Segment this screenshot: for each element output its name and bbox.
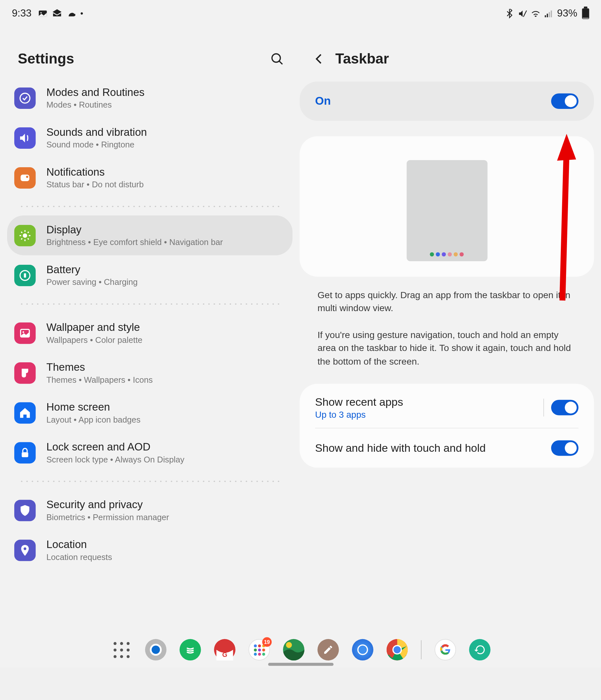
settings-item-subtitle: Status bar • Do not disturb	[46, 179, 285, 189]
svg-line-2	[523, 10, 526, 17]
svg-point-12	[23, 233, 27, 237]
battery-icon	[582, 8, 589, 19]
lock-icon	[14, 442, 35, 463]
preview-card	[299, 136, 594, 276]
settings-item-lock-screen-and-aod[interactable]: Lock screen and AODScreen lock type • Al…	[7, 433, 292, 473]
settings-title: Settings	[18, 51, 74, 67]
svg-rect-6	[551, 10, 552, 17]
settings-item-title: Notifications	[46, 166, 285, 179]
settings-item-home-screen[interactable]: Home screenLayout • App icon badges	[7, 393, 292, 433]
taskbar-app-5[interactable]	[283, 639, 305, 660]
taskbar-app-2[interactable]	[179, 639, 201, 660]
taskbar-app-7[interactable]	[352, 639, 373, 660]
settings-item-subtitle: Wallpapers • Color palette	[46, 335, 285, 345]
taskbar-app-chrome[interactable]	[386, 639, 408, 660]
settings-item-security-and-privacy[interactable]: Security and privacyBiometrics • Permiss…	[7, 490, 292, 530]
detail-pane: Taskbar On G	[299, 27, 601, 633]
svg-text:G: G	[222, 651, 227, 658]
settings-item-title: Battery	[46, 264, 285, 276]
bluetooth-icon	[505, 9, 514, 18]
taskbar-app-4[interactable]: 19	[249, 639, 270, 660]
settings-item-title: Themes	[46, 361, 285, 374]
settings-item-title: Sounds and vibration	[46, 126, 285, 139]
settings-item-notifications[interactable]: NotificationsStatus bar • Do not disturb	[7, 158, 292, 198]
check-circle-icon	[14, 87, 35, 108]
settings-item-title: Modes and Routines	[46, 86, 285, 99]
settings-item-subtitle: Power saving • Charging	[46, 277, 285, 287]
show-hide-toggle[interactable]	[551, 441, 578, 456]
battery-percent: 93%	[557, 7, 577, 20]
taskbar-app-6[interactable]	[317, 639, 339, 660]
settings-sidebar: Settings Modes and RoutinesModes • Routi…	[0, 27, 299, 633]
battery-circ-icon	[14, 265, 35, 286]
settings-item-subtitle: Modes • Routines	[46, 100, 285, 109]
notif-icon	[14, 167, 35, 188]
settings-item-modes-and-routines[interactable]: Modes and RoutinesModes • Routines	[7, 78, 292, 118]
back-icon[interactable]	[313, 52, 326, 66]
svg-rect-22	[24, 273, 26, 277]
settings-item-subtitle: Layout • App icon badges	[46, 415, 285, 424]
status-bar: 9:33 • 93%	[0, 0, 601, 27]
signal-icon	[544, 9, 553, 18]
settings-item-title: Location	[46, 539, 285, 551]
mute-icon	[518, 9, 527, 18]
status-left-icons: •	[37, 8, 83, 19]
home-icon	[14, 402, 35, 423]
svg-rect-25	[22, 452, 28, 457]
taskbar-badge: 19	[262, 637, 272, 647]
description-text: Get to apps quickly. Drag an app from th…	[299, 277, 594, 382]
settings-item-subtitle: Biometrics • Permission manager	[46, 512, 285, 522]
system-taskbar: G 19	[0, 633, 601, 668]
search-icon[interactable]	[270, 52, 284, 66]
settings-item-location[interactable]: LocationLocation requests	[7, 530, 292, 570]
master-toggle-switch[interactable]	[551, 93, 578, 109]
options-card: Show recent apps Up to 3 apps Show and h…	[299, 384, 594, 468]
brightness-icon	[14, 225, 35, 246]
settings-item-wallpaper-and-style[interactable]: Wallpaper and styleWallpapers • Color pa…	[7, 313, 292, 353]
image-icon	[14, 322, 35, 344]
option-show-hide[interactable]: Show and hide with touch and hold	[299, 429, 594, 468]
master-toggle-card[interactable]: On	[299, 82, 594, 121]
settings-item-subtitle: Themes • Wallpapers • Icons	[46, 375, 285, 384]
recent-apps-toggle[interactable]	[551, 400, 578, 416]
svg-rect-3	[545, 15, 546, 17]
svg-point-11	[26, 175, 28, 178]
taskbar-app-3[interactable]: G	[214, 639, 235, 660]
settings-item-themes[interactable]: ThemesThemes • Wallpapers • Icons	[7, 353, 292, 393]
svg-point-34	[393, 646, 400, 653]
settings-item-sounds-and-vibration[interactable]: Sounds and vibrationSound mode • Rington…	[7, 118, 292, 158]
settings-item-subtitle: Brightness • Eye comfort shield • Naviga…	[46, 238, 285, 247]
svg-point-1	[41, 12, 42, 13]
svg-point-26	[24, 547, 26, 550]
option-recent-apps[interactable]: Show recent apps Up to 3 apps	[299, 384, 594, 428]
settings-item-subtitle: Screen lock type • Always On Display	[46, 455, 285, 464]
nav-handle[interactable]	[268, 663, 333, 666]
svg-line-18	[28, 238, 29, 239]
taskbar-recent-2[interactable]	[469, 639, 491, 660]
svg-point-24	[23, 331, 24, 332]
detail-title: Taskbar	[336, 51, 389, 67]
taskbar-app-1[interactable]	[145, 639, 166, 660]
svg-line-8	[279, 61, 282, 64]
svg-line-19	[21, 238, 22, 239]
settings-item-subtitle: Location requests	[46, 552, 285, 561]
settings-item-subtitle: Sound mode • Ringtone	[46, 140, 285, 149]
brush-icon	[14, 362, 35, 383]
settings-item-title: Lock screen and AOD	[46, 441, 285, 453]
shield-icon	[14, 499, 35, 521]
svg-point-9	[20, 93, 30, 103]
settings-item-battery[interactable]: BatteryPower saving • Charging	[7, 255, 292, 295]
settings-item-title: Wallpaper and style	[46, 321, 285, 334]
taskbar-recent-google[interactable]	[435, 639, 456, 660]
master-toggle-label: On	[315, 95, 331, 107]
svg-point-31	[286, 642, 292, 648]
settings-item-display[interactable]: DisplayBrightness • Eye comfort shield •…	[7, 216, 292, 255]
status-time: 9:33	[12, 7, 32, 20]
svg-line-20	[28, 231, 29, 232]
settings-item-title: Security and privacy	[46, 499, 285, 511]
apps-drawer-icon[interactable]	[110, 639, 132, 660]
svg-line-17	[21, 231, 22, 232]
svg-rect-5	[549, 12, 550, 17]
svg-rect-4	[547, 13, 548, 17]
svg-point-7	[272, 54, 281, 62]
